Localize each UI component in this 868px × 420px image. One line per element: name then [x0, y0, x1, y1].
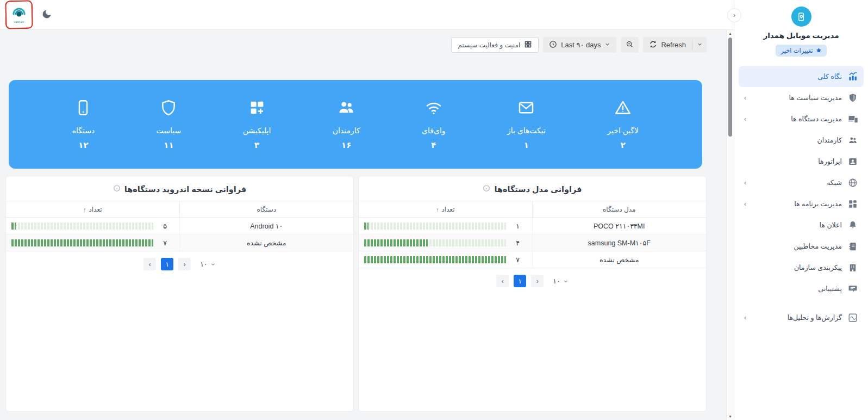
stat-item: سیاست۱۱: [157, 98, 182, 150]
scrollbar-thumb[interactable]: [728, 38, 732, 137]
table-body: POCO ۲۱۱۰۳۳MI۱samsung SM-M۱۰۵F۴مشخص نشده…: [359, 218, 706, 268]
zoom-out-button[interactable]: [621, 37, 639, 53]
chevron-down-icon: [210, 262, 216, 267]
stat-label: کارمندان: [333, 126, 360, 135]
column-header-model[interactable]: مدل دستگاه: [533, 206, 707, 213]
app-title: مدیریت موبایل همدار: [734, 31, 868, 40]
main-area: HAMDAR امنیت و فعالیت سیس: [0, 0, 734, 420]
sidebar-collapse-button[interactable]: ‹: [727, 8, 741, 22]
sidebar-item-8[interactable]: اعلان ها: [739, 214, 864, 236]
stat-item: کارمندان۱۶: [333, 98, 360, 150]
date-range-label: Last ۹۰ days: [561, 41, 601, 49]
app-avatar-icon: [791, 7, 811, 27]
sidebar-item-7[interactable]: مدیریت برنامه ها‹: [739, 193, 864, 214]
next-page-button[interactable]: ›: [531, 275, 544, 287]
stat-label: اپلیکیشن: [243, 126, 271, 135]
next-page-button[interactable]: ›: [178, 258, 191, 270]
organization-building-icon: [847, 262, 858, 273]
page-size-select[interactable]: ۱۰: [553, 277, 568, 285]
table-row[interactable]: Android ۱۰۵: [6, 218, 353, 234]
warning-icon: [614, 98, 632, 119]
chevron-down-icon: [697, 41, 703, 49]
sidebar-item-9[interactable]: مدیریت مخاطبین: [739, 236, 864, 257]
sidebar-item-label: اپراتورها: [818, 157, 842, 165]
sidebar-item-label: پشتیبانی: [818, 285, 842, 293]
prev-page-button[interactable]: ‹: [496, 275, 509, 287]
pagination: ‹ ۱ › ۱۰: [6, 258, 353, 270]
column-header-count[interactable]: تعداد ↑: [6, 201, 180, 217]
contacts-book-icon: [847, 241, 858, 252]
sidebar: ‹ مدیریت موبایل همدار تغییرات اخیر نگاه …: [734, 0, 868, 420]
sidebar-item-5[interactable]: اپراتورها: [739, 151, 864, 172]
sidebar-item-12[interactable]: گزارش‌ها و تحلیل‌ها‹: [739, 307, 864, 328]
current-page-button[interactable]: ۱: [161, 258, 173, 270]
overview-chart-icon: [847, 71, 858, 82]
count-cell: ۱: [359, 218, 533, 234]
table-row[interactable]: samsung SM-M۱۰۵F۴: [359, 234, 706, 251]
refresh-split-button: Refresh: [643, 37, 707, 53]
chevron-down-icon: [563, 279, 569, 284]
smartphone-icon: [74, 98, 92, 119]
sidebar-item-10[interactable]: پیکربندی سازمان: [739, 257, 864, 278]
refresh-dropdown-button[interactable]: [692, 37, 707, 53]
sidebar-item-4[interactable]: کارمندان: [739, 129, 864, 151]
recent-changes-badge[interactable]: تغییرات اخیر: [776, 45, 826, 57]
table-row[interactable]: مشخص نشده۷: [6, 234, 353, 251]
count-value: ۷: [157, 239, 174, 247]
star-icon: [816, 47, 822, 54]
table-header-row: دستگاه تعداد ↑: [6, 201, 353, 218]
count-bar: [364, 256, 506, 263]
dark-mode-toggle[interactable]: [41, 9, 52, 21]
sidebar-nav: نگاه کلیمدیریت سیاست ها‹مدیریت دستگاه ها…: [734, 66, 868, 328]
card-title: فراوانی مدل دستگاه‌ها: [359, 184, 706, 194]
info-icon[interactable]: [113, 184, 121, 194]
stat-label: تیکت‌های باز: [507, 126, 546, 135]
stat-item: دستگاه۱۲: [72, 98, 95, 150]
table-row[interactable]: مشخص نشده۷: [359, 251, 706, 268]
count-value: ۱: [509, 222, 527, 230]
sidebar-item-2[interactable]: مدیریت سیاست ها‹: [739, 87, 864, 108]
chevron-down-icon: [604, 41, 610, 49]
support-chat-icon: [847, 283, 858, 294]
count-bar: [364, 223, 506, 230]
page-size-select[interactable]: ۱۰: [200, 260, 215, 268]
device-name-cell: Android ۱۰: [180, 222, 354, 230]
sidebar-item-1[interactable]: نگاه کلی: [739, 66, 864, 87]
employees-icon: [847, 135, 858, 146]
people-icon: [337, 98, 355, 119]
stat-item: لاگین اخیر۲: [607, 98, 639, 150]
prev-page-button[interactable]: ‹: [143, 258, 156, 270]
main-scrollbar[interactable]: ▲ ▼: [726, 30, 734, 420]
system-activity-button[interactable]: امنیت و فعالیت سیستم: [451, 37, 539, 53]
count-value: ۵: [157, 222, 174, 230]
logo-text: HAMDAR: [14, 21, 24, 23]
scroll-up-icon[interactable]: ▲: [727, 32, 734, 35]
column-header-device[interactable]: دستگاه: [180, 206, 354, 213]
sidebar-item-11[interactable]: پشتیبانی: [739, 278, 864, 299]
refresh-icon: [649, 40, 657, 50]
sidebar-item-label: گزارش‌ها و تحلیل‌ها: [788, 313, 842, 322]
info-icon[interactable]: [483, 184, 490, 194]
moon-icon: [41, 9, 52, 21]
stat-item: تیکت‌های باز۱: [507, 98, 546, 150]
sidebar-item-3[interactable]: مدیریت دستگاه ها‹: [739, 108, 864, 129]
app-logo[interactable]: HAMDAR: [9, 3, 29, 27]
stat-value: ۲: [621, 140, 626, 150]
sidebar-item-label: مدیریت سیاست ها: [789, 94, 842, 102]
table-row[interactable]: POCO ۲۱۱۰۳۳MI۱: [359, 218, 706, 234]
scroll-down-icon[interactable]: ▼: [727, 415, 734, 418]
chevron-expand-icon: ‹: [744, 115, 746, 123]
sidebar-item-label: پیکربندی سازمان: [794, 263, 842, 271]
policy-shield-icon: [847, 92, 858, 103]
toolbar: امنیت و فعالیت سیستم Last ۹۰ days: [0, 30, 734, 53]
column-header-count[interactable]: تعداد ↑: [359, 201, 533, 217]
stat-label: دستگاه: [72, 126, 95, 135]
current-page-button[interactable]: ۱: [514, 275, 526, 287]
sidebar-item-6[interactable]: شبکه‹: [739, 172, 864, 193]
date-range-button[interactable]: Last ۹۰ days: [543, 37, 616, 53]
stat-value: ۱۱: [164, 140, 173, 150]
chevron-expand-icon: ‹: [744, 313, 746, 322]
device-name-cell: مشخص نشده: [180, 239, 354, 247]
refresh-button[interactable]: Refresh: [643, 37, 692, 53]
sidebar-item-label: مدیریت دستگاه ها: [791, 115, 842, 123]
